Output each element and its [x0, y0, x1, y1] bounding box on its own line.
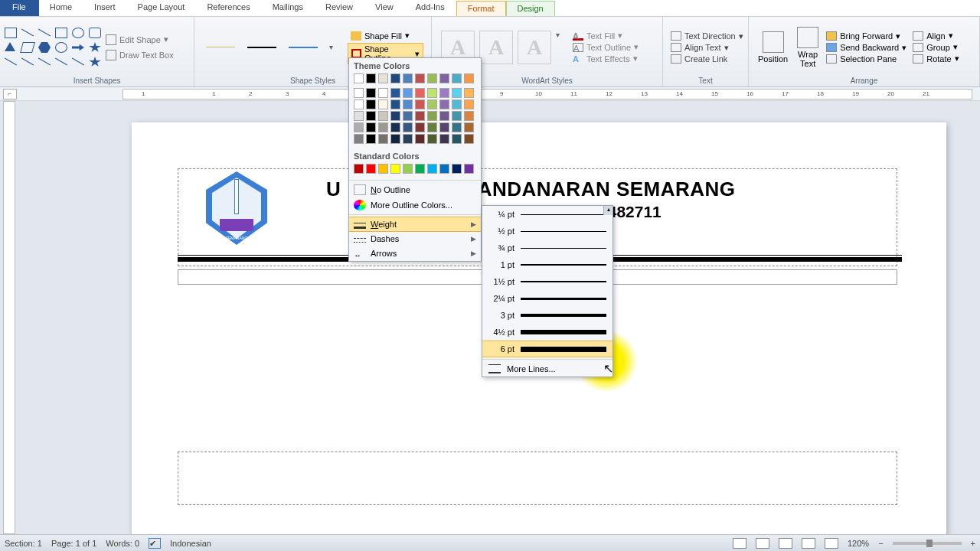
- color-swatch[interactable]: [464, 88, 474, 98]
- color-swatch[interactable]: [366, 88, 376, 98]
- color-swatch[interactable]: [366, 73, 376, 83]
- print-layout-view-icon[interactable]: [733, 538, 746, 549]
- color-swatch[interactable]: [366, 164, 376, 174]
- color-swatch[interactable]: [452, 122, 462, 132]
- shape-textbox-icon[interactable]: [5, 28, 17, 38]
- color-swatch[interactable]: [415, 99, 425, 109]
- color-swatch[interactable]: [390, 134, 400, 144]
- footer-frame[interactable]: [178, 452, 897, 505]
- status-page[interactable]: Page: 1 of 1: [51, 539, 96, 548]
- selection-pane-button[interactable]: Selection Pane: [826, 54, 906, 64]
- flyout-scroll-up-icon[interactable]: ▴: [603, 206, 612, 215]
- more-lines-item[interactable]: More Lines...: [482, 361, 612, 377]
- color-swatch[interactable]: [427, 73, 437, 83]
- shape-oval-icon[interactable]: [72, 28, 84, 38]
- color-swatch[interactable]: [390, 122, 400, 132]
- color-swatch[interactable]: [439, 88, 449, 98]
- color-swatch[interactable]: [366, 122, 376, 132]
- color-swatch[interactable]: [439, 99, 449, 109]
- color-swatch[interactable]: [427, 164, 437, 174]
- wrap-text-button[interactable]: Wrap Text: [792, 25, 823, 70]
- gallery-more-icon[interactable]: ▾: [556, 31, 565, 64]
- tab-selector-icon[interactable]: ⌐: [3, 89, 17, 99]
- create-link-button[interactable]: Create Link: [669, 54, 745, 64]
- web-layout-view-icon[interactable]: [779, 538, 792, 549]
- shape-hex-icon[interactable]: [38, 42, 51, 53]
- group-button[interactable]: Group ▾: [913, 42, 959, 52]
- status-words[interactable]: Words: 0: [106, 539, 139, 548]
- wordart-preset-icon[interactable]: A: [518, 31, 551, 64]
- color-swatch[interactable]: [415, 88, 425, 98]
- tab-review[interactable]: Review: [315, 0, 364, 16]
- text-effects-button[interactable]: AText Effects ▾: [571, 54, 640, 64]
- color-swatch[interactable]: [439, 73, 449, 83]
- color-swatch[interactable]: [390, 99, 400, 109]
- color-swatch[interactable]: [427, 134, 437, 144]
- color-swatch[interactable]: [427, 111, 437, 121]
- color-swatch[interactable]: [415, 111, 425, 121]
- color-swatch[interactable]: [452, 111, 462, 121]
- zoom-out-button[interactable]: −: [878, 539, 883, 548]
- shape-freeform-icon[interactable]: [55, 57, 67, 67]
- tab-view[interactable]: View: [364, 0, 405, 16]
- bring-forward-button[interactable]: Bring Forward ▾: [826, 31, 906, 41]
- color-swatch[interactable]: [464, 134, 474, 144]
- color-swatch[interactable]: [403, 99, 413, 109]
- status-section[interactable]: Section: 1: [5, 539, 42, 548]
- color-swatch[interactable]: [378, 73, 388, 83]
- color-swatch[interactable]: [415, 122, 425, 132]
- tab-insert[interactable]: Insert: [83, 0, 127, 16]
- gallery-more-icon[interactable]: ▾: [329, 43, 338, 51]
- weight-option[interactable]: 2¼ pt: [482, 290, 612, 307]
- arrows-item[interactable]: ↔Arrows▶: [349, 246, 481, 261]
- tab-file[interactable]: File: [0, 0, 39, 16]
- color-swatch[interactable]: [439, 134, 449, 144]
- shape-star-icon[interactable]: [89, 42, 101, 53]
- color-swatch[interactable]: [403, 88, 413, 98]
- color-swatch[interactable]: [403, 111, 413, 121]
- shape-arrow-icon[interactable]: [38, 28, 51, 38]
- color-swatch[interactable]: [378, 99, 388, 109]
- color-swatch[interactable]: [354, 134, 364, 144]
- color-swatch[interactable]: [403, 73, 413, 83]
- tab-mailings[interactable]: Mailings: [262, 0, 315, 16]
- color-swatch[interactable]: [378, 164, 388, 174]
- proofing-icon[interactable]: ✔: [149, 538, 161, 549]
- send-backward-button[interactable]: Send Backward ▾: [826, 43, 906, 53]
- dashes-item[interactable]: Dashes▶: [349, 232, 481, 246]
- fullscreen-view-icon[interactable]: [756, 538, 769, 549]
- status-language[interactable]: Indonesian: [170, 539, 211, 548]
- shape-para-icon[interactable]: [20, 42, 35, 53]
- color-swatch[interactable]: [439, 122, 449, 132]
- draft-view-icon[interactable]: [825, 538, 838, 549]
- shape-line-icon[interactable]: [21, 28, 34, 38]
- draw-text-box-button[interactable]: Draw Text Box: [104, 49, 175, 61]
- shape-triangle-icon[interactable]: [5, 42, 15, 51]
- color-swatch[interactable]: [403, 134, 413, 144]
- color-swatch[interactable]: [427, 122, 437, 132]
- color-swatch[interactable]: [390, 88, 400, 98]
- tab-addins[interactable]: Add-Ins: [405, 0, 456, 16]
- color-swatch[interactable]: [390, 73, 400, 83]
- shape-rect-icon[interactable]: [55, 28, 67, 38]
- weight-option[interactable]: 4½ pt: [482, 324, 612, 341]
- weight-option[interactable]: 1½ pt: [482, 273, 612, 290]
- weight-option[interactable]: ½ pt: [482, 223, 612, 240]
- shape-blockarrow-icon[interactable]: [72, 42, 84, 53]
- color-swatch[interactable]: [464, 99, 474, 109]
- color-swatch[interactable]: [427, 99, 437, 109]
- wordart-preset-icon[interactable]: A: [479, 31, 513, 64]
- shape-star2-icon[interactable]: [89, 57, 101, 67]
- color-swatch[interactable]: [378, 88, 388, 98]
- color-swatch[interactable]: [439, 111, 449, 121]
- shape-connector-icon[interactable]: [21, 57, 34, 67]
- tab-format[interactable]: Format: [456, 1, 506, 16]
- color-swatch[interactable]: [464, 164, 474, 174]
- color-swatch[interactable]: [452, 73, 462, 83]
- color-swatch[interactable]: [464, 111, 474, 121]
- shape-style-gallery[interactable]: ▾: [199, 43, 345, 51]
- align-button[interactable]: Align ▾: [913, 31, 959, 41]
- color-swatch[interactable]: [403, 164, 413, 174]
- shape-roundrect-icon[interactable]: [89, 28, 101, 38]
- vertical-ruler[interactable]: [3, 101, 15, 534]
